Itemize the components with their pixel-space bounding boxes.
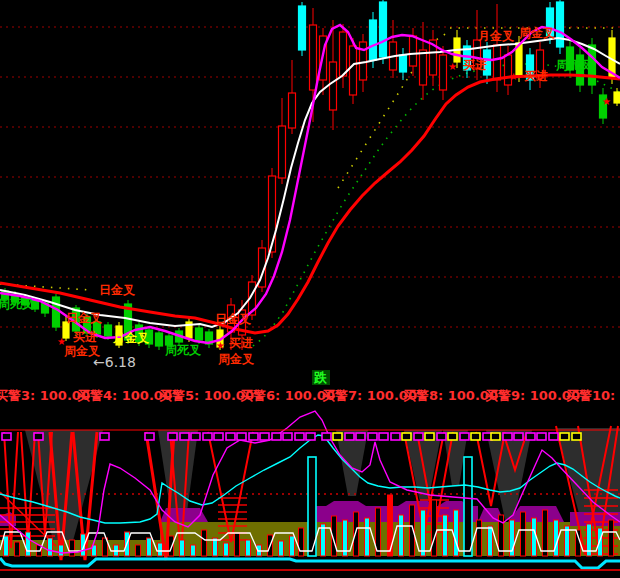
magenta-signal-square bbox=[237, 433, 246, 440]
signal-label: 周死叉 bbox=[0, 297, 34, 311]
candle bbox=[494, 45, 501, 80]
candle bbox=[350, 46, 357, 95]
candle bbox=[420, 50, 427, 85]
volume-bar bbox=[235, 533, 240, 556]
magenta-signal-square bbox=[295, 433, 304, 440]
magenta-signal-square bbox=[356, 433, 365, 440]
alert-item: 买警6: 100.00 bbox=[240, 387, 335, 405]
yellow-signal-square bbox=[402, 433, 411, 440]
magenta-signal-square bbox=[322, 433, 331, 440]
volume-bar bbox=[443, 515, 448, 556]
volume-bar bbox=[70, 540, 75, 556]
candle bbox=[279, 126, 286, 178]
magenta-signal-square bbox=[168, 433, 177, 440]
magenta-signal-square bbox=[260, 433, 269, 440]
candle bbox=[360, 42, 367, 80]
magenta-signal-square bbox=[214, 433, 223, 440]
volume-bar bbox=[224, 543, 229, 556]
signal-label: 买进 bbox=[229, 336, 253, 350]
yellow-signal-square bbox=[560, 433, 569, 440]
magenta-signal-square bbox=[514, 433, 523, 440]
volume-bar bbox=[136, 545, 141, 556]
candle bbox=[370, 20, 377, 60]
magenta-signal-square bbox=[2, 433, 11, 440]
volume-bar bbox=[488, 526, 493, 556]
magenta-signal-square bbox=[437, 433, 446, 440]
volume-bar bbox=[290, 536, 295, 556]
buy-star: ★ bbox=[448, 61, 457, 72]
magenta-signal-square bbox=[345, 433, 354, 440]
stock-app-screen: ★★★★★周死叉日金叉日金叉买进周金叉月金叉周死叉日金叉买进周金叉月金叉周金叉买… bbox=[0, 0, 620, 578]
candle bbox=[440, 55, 447, 90]
signal-label: 买进 bbox=[524, 69, 548, 83]
volume-bar bbox=[246, 540, 251, 556]
candle bbox=[614, 92, 620, 103]
signal-label: 日金叉 bbox=[215, 312, 251, 326]
yellow-signal-square bbox=[471, 433, 480, 440]
yellow-signal-square bbox=[425, 433, 434, 440]
candle bbox=[310, 25, 317, 90]
volume-bar bbox=[365, 518, 370, 556]
volume-bar bbox=[202, 530, 207, 556]
candle bbox=[289, 93, 296, 128]
volume-bar bbox=[158, 543, 163, 556]
volume-bar bbox=[321, 524, 326, 556]
volume-bar bbox=[399, 515, 404, 556]
signal-label: 日金叉 bbox=[66, 311, 102, 325]
alert-item: 买警10: 100.00 bbox=[566, 387, 620, 405]
volume-bar bbox=[191, 545, 196, 556]
candle bbox=[105, 325, 112, 336]
volume-bar bbox=[609, 520, 614, 556]
yellow-signal-square bbox=[491, 433, 500, 440]
magenta-signal-square bbox=[368, 433, 377, 440]
yellow-signal-square bbox=[572, 433, 581, 440]
magenta-signal-square bbox=[306, 433, 315, 440]
signal-label: 月金叉 bbox=[477, 29, 514, 43]
signal-label: 日金叉 bbox=[99, 283, 135, 297]
volume-bar bbox=[48, 538, 53, 556]
magenta-signal-square bbox=[549, 433, 558, 440]
magenta-signal-square bbox=[100, 433, 109, 440]
volume-bar bbox=[180, 540, 185, 556]
buy-star: ★ bbox=[602, 96, 611, 107]
volume-bar bbox=[299, 528, 304, 556]
volume-bar bbox=[279, 541, 284, 556]
candle bbox=[53, 297, 60, 327]
magenta-signal-square bbox=[203, 433, 212, 440]
volume-bar bbox=[59, 545, 64, 556]
candle bbox=[156, 333, 163, 346]
magenta-signal-square bbox=[537, 433, 546, 440]
signal-label: 买进 bbox=[463, 58, 487, 72]
volume-bar bbox=[477, 520, 482, 556]
candle bbox=[340, 32, 347, 76]
magenta-signal-square bbox=[526, 433, 535, 440]
yellow-signal-square bbox=[448, 433, 457, 440]
volume-bar bbox=[421, 510, 426, 556]
candle bbox=[410, 36, 417, 66]
signal-label: 周死叉 bbox=[555, 58, 592, 72]
yellow-signal-square bbox=[333, 433, 342, 440]
volume-bar bbox=[213, 538, 218, 556]
chart-canvas[interactable]: ★★★★★周死叉日金叉日金叉买进周金叉月金叉周死叉日金叉买进周金叉月金叉周金叉买… bbox=[0, 0, 620, 578]
magenta-signal-square bbox=[272, 433, 281, 440]
alert-bar: 买警3: 100.00 买警4: 100.00 买警5: 100.00 买警6:… bbox=[0, 387, 620, 405]
volume-bar bbox=[26, 532, 31, 556]
magenta-signal-square bbox=[34, 433, 43, 440]
candle bbox=[400, 55, 407, 72]
volume-bar-tall bbox=[464, 457, 472, 556]
magenta-signal-square bbox=[180, 433, 189, 440]
magenta-signal-square bbox=[460, 433, 469, 440]
volume-bar bbox=[432, 500, 437, 556]
volume-bar bbox=[169, 536, 174, 556]
magenta-signal-square bbox=[414, 433, 423, 440]
magenta-signal-square bbox=[249, 433, 258, 440]
alert-item: 买警8: 100.00 bbox=[403, 387, 498, 405]
signal-label: 周死叉 bbox=[164, 343, 201, 357]
volume-bar bbox=[354, 512, 359, 556]
magenta-signal-square bbox=[191, 433, 200, 440]
alert-item: 买警4: 100.00 bbox=[77, 387, 172, 405]
candle bbox=[196, 328, 203, 340]
signal-label: 买进 bbox=[73, 330, 97, 344]
signal-label: 周金叉 bbox=[217, 352, 254, 366]
magenta-signal-square bbox=[503, 433, 512, 440]
